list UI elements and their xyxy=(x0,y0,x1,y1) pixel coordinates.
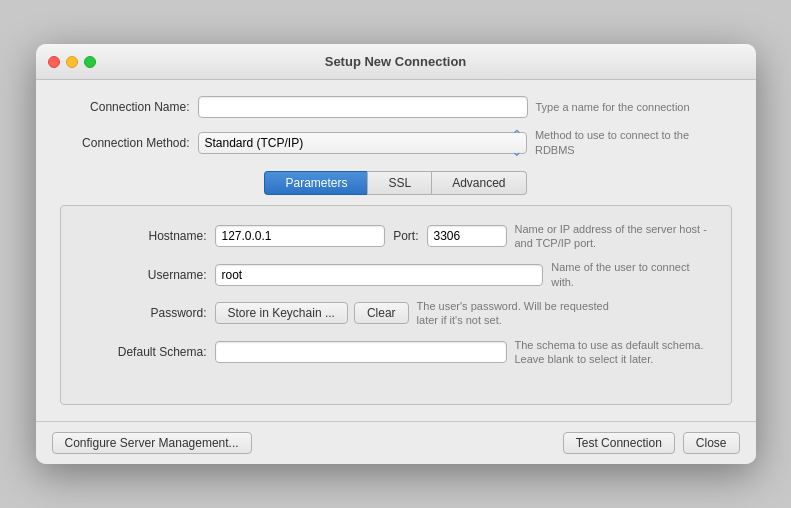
username-hint: Name of the user to connect with. xyxy=(551,260,714,289)
hostname-row: Hostname: Port: Name or IP address of th… xyxy=(77,222,715,251)
maximize-button[interactable] xyxy=(84,56,96,68)
clear-password-button[interactable]: Clear xyxy=(354,302,409,324)
hostname-hint: Name or IP address of the server host - … xyxy=(515,222,715,251)
bottom-bar: Configure Server Management... Test Conn… xyxy=(36,421,756,464)
configure-server-button[interactable]: Configure Server Management... xyxy=(52,432,252,454)
hostname-input[interactable] xyxy=(215,225,386,247)
connection-name-hint: Type a name for the connection xyxy=(536,100,690,114)
username-input[interactable] xyxy=(215,264,544,286)
connection-name-label: Connection Name: xyxy=(60,100,190,114)
test-connection-button[interactable]: Test Connection xyxy=(563,432,675,454)
password-row: Password: Store in Keychain ... Clear Th… xyxy=(77,299,715,328)
default-schema-input[interactable] xyxy=(215,341,507,363)
tab-advanced[interactable]: Advanced xyxy=(432,171,526,195)
password-buttons: Store in Keychain ... Clear xyxy=(215,302,409,324)
password-hint: The user's password. Will be requested l… xyxy=(417,299,617,328)
close-dialog-button[interactable]: Close xyxy=(683,432,740,454)
connection-name-row: Connection Name: Type a name for the con… xyxy=(60,96,732,118)
port-label: Port: xyxy=(393,229,418,243)
connection-method-select[interactable]: Standard (TCP/IP) Standard (TCP/IP) with… xyxy=(198,132,527,154)
connection-method-wrapper: Standard (TCP/IP) Standard (TCP/IP) with… xyxy=(198,132,527,154)
connection-method-row: Connection Method: Standard (TCP/IP) Sta… xyxy=(60,128,732,157)
traffic-lights xyxy=(48,56,96,68)
username-label: Username: xyxy=(77,268,207,282)
store-keychain-button[interactable]: Store in Keychain ... xyxy=(215,302,348,324)
window-title: Setup New Connection xyxy=(325,54,467,69)
parameters-panel: Hostname: Port: Name or IP address of th… xyxy=(60,205,732,405)
username-row: Username: Name of the user to connect wi… xyxy=(77,260,715,289)
connection-method-label: Connection Method: xyxy=(60,136,190,150)
tab-ssl[interactable]: SSL xyxy=(367,171,432,195)
main-content: Connection Name: Type a name for the con… xyxy=(36,80,756,421)
minimize-button[interactable] xyxy=(66,56,78,68)
tab-parameters[interactable]: Parameters xyxy=(264,171,367,195)
bottom-right-buttons: Test Connection Close xyxy=(563,432,740,454)
default-schema-row: Default Schema: The schema to use as def… xyxy=(77,338,715,367)
default-schema-label: Default Schema: xyxy=(77,345,207,359)
main-window: Setup New Connection Connection Name: Ty… xyxy=(36,44,756,464)
hostname-label: Hostname: xyxy=(77,229,207,243)
default-schema-hint: The schema to use as default schema. Lea… xyxy=(515,338,715,367)
password-label: Password: xyxy=(77,306,207,320)
connection-name-input[interactable] xyxy=(198,96,528,118)
tabs-row: Parameters SSL Advanced xyxy=(60,171,732,195)
connection-method-hint: Method to use to connect to the RDBMS xyxy=(535,128,732,157)
close-button[interactable] xyxy=(48,56,60,68)
port-input[interactable] xyxy=(427,225,507,247)
titlebar: Setup New Connection xyxy=(36,44,756,80)
